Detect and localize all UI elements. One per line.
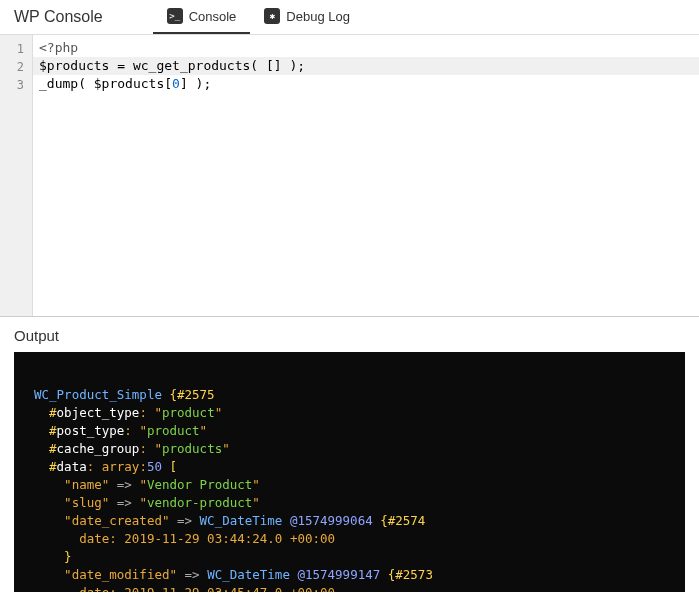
code-line[interactable]: <?php xyxy=(33,39,699,57)
string: products xyxy=(162,441,222,456)
line-gutter: 1 2 3 xyxy=(0,35,33,316)
open-bracket: [ xyxy=(162,459,177,474)
arrow: => xyxy=(109,495,139,510)
dump-class: WC_Product_Simple xyxy=(34,387,162,402)
line-number: 3 xyxy=(0,75,32,93)
tab-debug-log[interactable]: ✱ Debug Log xyxy=(250,0,364,34)
app-title: WP Console xyxy=(14,8,103,26)
date-value: 2019-11-29 03:44:24.0 +00:00 xyxy=(124,531,335,546)
variable: $products xyxy=(39,58,109,73)
number: 0 xyxy=(172,76,180,91)
variable: $products xyxy=(94,76,164,91)
output-panel[interactable]: WC_Product_Simple {#2575 #object_type: "… xyxy=(14,352,685,592)
hash: # xyxy=(49,405,57,420)
key: slug xyxy=(72,495,102,510)
parens: ( [] ); xyxy=(250,58,305,73)
colon: : xyxy=(139,441,154,456)
colon: : xyxy=(109,531,124,546)
quote: " xyxy=(222,441,230,456)
array-kw: array: xyxy=(102,459,147,474)
class: WC_DateTime xyxy=(200,513,283,528)
tab-console[interactable]: >_ Console xyxy=(153,0,251,34)
key: date_modified xyxy=(72,567,170,582)
colon: : xyxy=(124,423,139,438)
quote: " xyxy=(139,423,147,438)
string: product xyxy=(162,405,215,420)
date-value: 2019-11-29 03:45:47.0 +00:00 xyxy=(124,585,335,592)
prop: data xyxy=(57,459,87,474)
obj-id: {#2574 xyxy=(380,513,425,528)
value: Vendor Product xyxy=(147,477,252,492)
hash: # xyxy=(49,459,57,474)
quote: " xyxy=(154,441,162,456)
quote: " xyxy=(200,423,208,438)
operator: = xyxy=(109,58,132,73)
bracket: [ xyxy=(164,76,172,91)
output-title: Output xyxy=(0,317,699,352)
date-label: date xyxy=(79,531,109,546)
php-open-tag: <?php xyxy=(39,40,78,55)
key: date_created xyxy=(72,513,162,528)
date-label: date xyxy=(79,585,109,592)
timestamp: @1574999147 xyxy=(290,567,388,582)
class: WC_DateTime xyxy=(207,567,290,582)
bracket: ] ); xyxy=(180,76,211,91)
console-icon: >_ xyxy=(167,8,183,24)
line-number: 1 xyxy=(0,39,32,57)
tab-debug-label: Debug Log xyxy=(286,9,350,24)
code-editor[interactable]: 1 2 3 <?php $products = wc_get_products(… xyxy=(0,35,699,317)
paren: ( xyxy=(78,76,94,91)
arrow: => xyxy=(109,477,139,492)
array-count: 50 xyxy=(147,459,162,474)
code-line[interactable]: _dump( $products[0] ); xyxy=(33,75,699,93)
colon: : xyxy=(109,585,124,592)
quote: " xyxy=(154,405,162,420)
hash: # xyxy=(49,441,57,456)
arrow: => xyxy=(177,567,207,582)
tab-console-label: Console xyxy=(189,9,237,24)
prop: post_type xyxy=(57,423,125,438)
function-call: _dump xyxy=(39,76,78,91)
key: name xyxy=(72,477,102,492)
string: product xyxy=(147,423,200,438)
quote: " xyxy=(215,405,223,420)
obj-id: {#2573 xyxy=(388,567,433,582)
colon: : xyxy=(87,459,102,474)
value: vendor-product xyxy=(147,495,252,510)
close-brace: } xyxy=(64,549,72,564)
arrow: => xyxy=(169,513,199,528)
colon: : xyxy=(139,405,154,420)
debug-icon: ✱ xyxy=(264,8,280,24)
dump-id: {#2575 xyxy=(169,387,214,402)
code-area[interactable]: <?php $products = wc_get_products( [] );… xyxy=(33,35,699,316)
function-call: wc_get_products xyxy=(133,58,250,73)
topbar: WP Console >_ Console ✱ Debug Log xyxy=(0,0,699,35)
prop: object_type xyxy=(57,405,140,420)
line-number: 2 xyxy=(0,57,32,75)
hash: # xyxy=(49,423,57,438)
prop: cache_group xyxy=(57,441,140,456)
timestamp: @1574999064 xyxy=(282,513,380,528)
tabs: >_ Console ✱ Debug Log xyxy=(153,0,364,34)
code-line[interactable]: $products = wc_get_products( [] ); xyxy=(33,57,699,75)
